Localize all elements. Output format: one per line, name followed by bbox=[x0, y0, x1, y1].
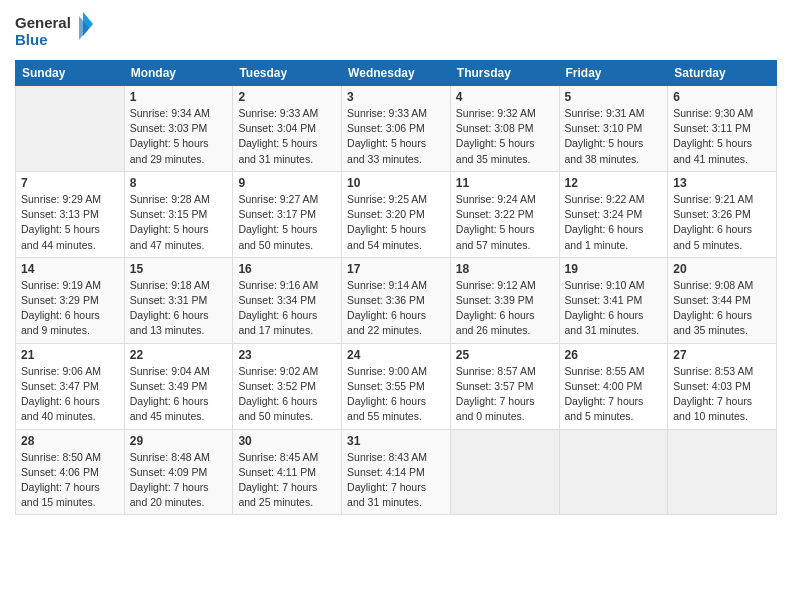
svg-text:Blue: Blue bbox=[15, 31, 48, 48]
calendar-cell: 9Sunrise: 9:27 AM Sunset: 3:17 PM Daylig… bbox=[233, 171, 342, 257]
day-number: 12 bbox=[565, 176, 663, 190]
day-info: Sunrise: 8:43 AM Sunset: 4:14 PM Dayligh… bbox=[347, 450, 445, 511]
day-number: 18 bbox=[456, 262, 554, 276]
day-info: Sunrise: 9:14 AM Sunset: 3:36 PM Dayligh… bbox=[347, 278, 445, 339]
calendar-cell bbox=[668, 429, 777, 515]
calendar-cell: 27Sunrise: 8:53 AM Sunset: 4:03 PM Dayli… bbox=[668, 343, 777, 429]
calendar-week-row: 21Sunrise: 9:06 AM Sunset: 3:47 PM Dayli… bbox=[16, 343, 777, 429]
weekday-header-tuesday: Tuesday bbox=[233, 61, 342, 86]
calendar-cell: 28Sunrise: 8:50 AM Sunset: 4:06 PM Dayli… bbox=[16, 429, 125, 515]
page-header: General Blue bbox=[15, 10, 777, 52]
day-info: Sunrise: 9:25 AM Sunset: 3:20 PM Dayligh… bbox=[347, 192, 445, 253]
weekday-header-wednesday: Wednesday bbox=[342, 61, 451, 86]
weekday-header-row: SundayMondayTuesdayWednesdayThursdayFrid… bbox=[16, 61, 777, 86]
logo: General Blue bbox=[15, 10, 95, 52]
day-info: Sunrise: 9:33 AM Sunset: 3:04 PM Dayligh… bbox=[238, 106, 336, 167]
day-info: Sunrise: 9:21 AM Sunset: 3:26 PM Dayligh… bbox=[673, 192, 771, 253]
calendar-cell: 18Sunrise: 9:12 AM Sunset: 3:39 PM Dayli… bbox=[450, 257, 559, 343]
day-info: Sunrise: 9:04 AM Sunset: 3:49 PM Dayligh… bbox=[130, 364, 228, 425]
day-number: 24 bbox=[347, 348, 445, 362]
calendar-cell: 14Sunrise: 9:19 AM Sunset: 3:29 PM Dayli… bbox=[16, 257, 125, 343]
weekday-header-thursday: Thursday bbox=[450, 61, 559, 86]
day-info: Sunrise: 8:50 AM Sunset: 4:06 PM Dayligh… bbox=[21, 450, 119, 511]
weekday-header-saturday: Saturday bbox=[668, 61, 777, 86]
day-number: 2 bbox=[238, 90, 336, 104]
calendar-cell: 24Sunrise: 9:00 AM Sunset: 3:55 PM Dayli… bbox=[342, 343, 451, 429]
calendar-cell: 15Sunrise: 9:18 AM Sunset: 3:31 PM Dayli… bbox=[124, 257, 233, 343]
day-info: Sunrise: 9:27 AM Sunset: 3:17 PM Dayligh… bbox=[238, 192, 336, 253]
day-number: 20 bbox=[673, 262, 771, 276]
day-number: 23 bbox=[238, 348, 336, 362]
day-number: 15 bbox=[130, 262, 228, 276]
day-number: 1 bbox=[130, 90, 228, 104]
calendar-cell: 19Sunrise: 9:10 AM Sunset: 3:41 PM Dayli… bbox=[559, 257, 668, 343]
calendar-cell: 11Sunrise: 9:24 AM Sunset: 3:22 PM Dayli… bbox=[450, 171, 559, 257]
calendar-cell: 7Sunrise: 9:29 AM Sunset: 3:13 PM Daylig… bbox=[16, 171, 125, 257]
day-info: Sunrise: 9:00 AM Sunset: 3:55 PM Dayligh… bbox=[347, 364, 445, 425]
day-info: Sunrise: 8:48 AM Sunset: 4:09 PM Dayligh… bbox=[130, 450, 228, 511]
day-info: Sunrise: 8:55 AM Sunset: 4:00 PM Dayligh… bbox=[565, 364, 663, 425]
day-info: Sunrise: 9:30 AM Sunset: 3:11 PM Dayligh… bbox=[673, 106, 771, 167]
day-info: Sunrise: 9:08 AM Sunset: 3:44 PM Dayligh… bbox=[673, 278, 771, 339]
weekday-header-monday: Monday bbox=[124, 61, 233, 86]
calendar-cell bbox=[16, 86, 125, 172]
day-number: 7 bbox=[21, 176, 119, 190]
day-number: 5 bbox=[565, 90, 663, 104]
day-info: Sunrise: 9:34 AM Sunset: 3:03 PM Dayligh… bbox=[130, 106, 228, 167]
day-number: 10 bbox=[347, 176, 445, 190]
calendar-table: SundayMondayTuesdayWednesdayThursdayFrid… bbox=[15, 60, 777, 515]
calendar-week-row: 1Sunrise: 9:34 AM Sunset: 3:03 PM Daylig… bbox=[16, 86, 777, 172]
day-number: 19 bbox=[565, 262, 663, 276]
day-info: Sunrise: 9:06 AM Sunset: 3:47 PM Dayligh… bbox=[21, 364, 119, 425]
day-number: 31 bbox=[347, 434, 445, 448]
day-info: Sunrise: 9:18 AM Sunset: 3:31 PM Dayligh… bbox=[130, 278, 228, 339]
calendar-cell: 12Sunrise: 9:22 AM Sunset: 3:24 PM Dayli… bbox=[559, 171, 668, 257]
day-number: 4 bbox=[456, 90, 554, 104]
day-number: 26 bbox=[565, 348, 663, 362]
day-number: 28 bbox=[21, 434, 119, 448]
weekday-header-sunday: Sunday bbox=[16, 61, 125, 86]
calendar-cell: 30Sunrise: 8:45 AM Sunset: 4:11 PM Dayli… bbox=[233, 429, 342, 515]
calendar-cell: 23Sunrise: 9:02 AM Sunset: 3:52 PM Dayli… bbox=[233, 343, 342, 429]
day-number: 13 bbox=[673, 176, 771, 190]
logo-svg: General Blue bbox=[15, 10, 95, 52]
day-number: 9 bbox=[238, 176, 336, 190]
day-info: Sunrise: 9:29 AM Sunset: 3:13 PM Dayligh… bbox=[21, 192, 119, 253]
calendar-cell bbox=[450, 429, 559, 515]
calendar-cell: 13Sunrise: 9:21 AM Sunset: 3:26 PM Dayli… bbox=[668, 171, 777, 257]
calendar-cell: 31Sunrise: 8:43 AM Sunset: 4:14 PM Dayli… bbox=[342, 429, 451, 515]
day-info: Sunrise: 9:22 AM Sunset: 3:24 PM Dayligh… bbox=[565, 192, 663, 253]
day-info: Sunrise: 8:53 AM Sunset: 4:03 PM Dayligh… bbox=[673, 364, 771, 425]
calendar-cell: 29Sunrise: 8:48 AM Sunset: 4:09 PM Dayli… bbox=[124, 429, 233, 515]
day-number: 29 bbox=[130, 434, 228, 448]
calendar-cell: 17Sunrise: 9:14 AM Sunset: 3:36 PM Dayli… bbox=[342, 257, 451, 343]
calendar-cell bbox=[559, 429, 668, 515]
calendar-week-row: 14Sunrise: 9:19 AM Sunset: 3:29 PM Dayli… bbox=[16, 257, 777, 343]
day-info: Sunrise: 9:16 AM Sunset: 3:34 PM Dayligh… bbox=[238, 278, 336, 339]
day-info: Sunrise: 8:57 AM Sunset: 3:57 PM Dayligh… bbox=[456, 364, 554, 425]
calendar-cell: 16Sunrise: 9:16 AM Sunset: 3:34 PM Dayli… bbox=[233, 257, 342, 343]
day-info: Sunrise: 9:32 AM Sunset: 3:08 PM Dayligh… bbox=[456, 106, 554, 167]
calendar-cell: 3Sunrise: 9:33 AM Sunset: 3:06 PM Daylig… bbox=[342, 86, 451, 172]
calendar-cell: 8Sunrise: 9:28 AM Sunset: 3:15 PM Daylig… bbox=[124, 171, 233, 257]
day-number: 22 bbox=[130, 348, 228, 362]
calendar-cell: 21Sunrise: 9:06 AM Sunset: 3:47 PM Dayli… bbox=[16, 343, 125, 429]
svg-text:General: General bbox=[15, 14, 71, 31]
calendar-cell: 5Sunrise: 9:31 AM Sunset: 3:10 PM Daylig… bbox=[559, 86, 668, 172]
day-info: Sunrise: 9:33 AM Sunset: 3:06 PM Dayligh… bbox=[347, 106, 445, 167]
day-number: 17 bbox=[347, 262, 445, 276]
calendar-cell: 6Sunrise: 9:30 AM Sunset: 3:11 PM Daylig… bbox=[668, 86, 777, 172]
day-number: 21 bbox=[21, 348, 119, 362]
calendar-week-row: 28Sunrise: 8:50 AM Sunset: 4:06 PM Dayli… bbox=[16, 429, 777, 515]
calendar-cell: 26Sunrise: 8:55 AM Sunset: 4:00 PM Dayli… bbox=[559, 343, 668, 429]
day-number: 27 bbox=[673, 348, 771, 362]
calendar-cell: 1Sunrise: 9:34 AM Sunset: 3:03 PM Daylig… bbox=[124, 86, 233, 172]
calendar-cell: 4Sunrise: 9:32 AM Sunset: 3:08 PM Daylig… bbox=[450, 86, 559, 172]
calendar-cell: 10Sunrise: 9:25 AM Sunset: 3:20 PM Dayli… bbox=[342, 171, 451, 257]
calendar-cell: 2Sunrise: 9:33 AM Sunset: 3:04 PM Daylig… bbox=[233, 86, 342, 172]
day-number: 6 bbox=[673, 90, 771, 104]
day-number: 8 bbox=[130, 176, 228, 190]
day-number: 3 bbox=[347, 90, 445, 104]
weekday-header-friday: Friday bbox=[559, 61, 668, 86]
day-number: 14 bbox=[21, 262, 119, 276]
